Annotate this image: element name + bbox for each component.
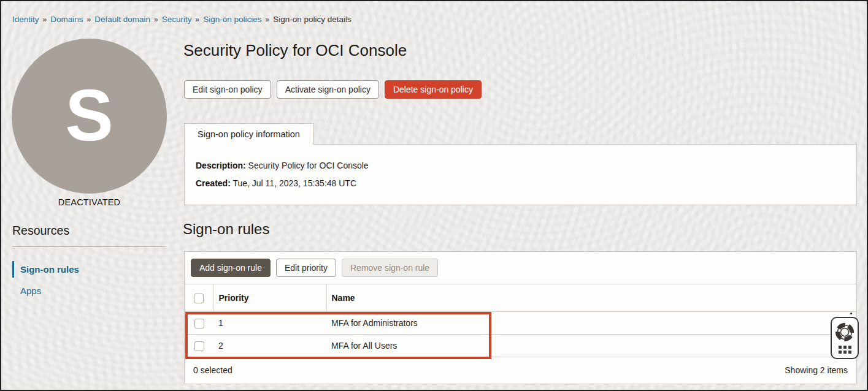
table-footer: 0 selected Showing 2 items [185, 357, 856, 382]
resources-heading: Resources [12, 224, 69, 238]
breadcrumb-default-domain[interactable]: Default domain [94, 15, 150, 24]
breadcrumb-domains[interactable]: Domains [50, 15, 83, 24]
rules-toolbar: Add sign-on rule Edit priority Remove si… [185, 252, 856, 284]
row-priority: 2 [213, 335, 326, 357]
life-ring-icon[interactable] [835, 323, 854, 341]
breadcrumb-identity[interactable]: Identity [12, 15, 39, 24]
sign-on-rules-panel: Add sign-on rule Edit priority Remove si… [184, 251, 857, 384]
add-sign-on-rule-button[interactable]: Add sign-on rule [191, 259, 271, 277]
breadcrumb-separator: » [154, 15, 158, 24]
avatar-initial: S [65, 79, 113, 151]
table-row[interactable]: 1 MFA for Administrators [185, 312, 856, 335]
grid-dots-icon[interactable] [839, 346, 851, 354]
delete-sign-on-policy-button[interactable]: Delete sign-on policy [385, 80, 482, 99]
status-badge: DEACTIVATED [12, 197, 167, 207]
created-row: Created: Tue, Jul 11, 2023, 15:35:48 UTC [196, 178, 856, 188]
header-checkbox-cell [185, 284, 213, 312]
breadcrumb-separator: » [43, 15, 47, 24]
activate-sign-on-policy-button[interactable]: Activate sign-on policy [277, 80, 379, 99]
description-label: Description: [196, 161, 246, 170]
column-header-priority[interactable]: Priority [213, 284, 326, 312]
floating-help-widget[interactable] [831, 317, 859, 359]
row-checkbox-cell [185, 312, 213, 335]
created-value: Tue, Jul 11, 2023, 15:35:48 UTC [232, 178, 356, 188]
sidebar-item-apps[interactable]: Apps [12, 286, 41, 296]
oci-console-page: Identity»Domains»Default domain»Security… [0, 0, 868, 391]
breadcrumb: Identity»Domains»Default domain»Security… [12, 15, 351, 24]
breadcrumb-separator: » [87, 15, 91, 24]
row-checkbox[interactable] [194, 341, 204, 351]
breadcrumb-separator: » [195, 15, 199, 24]
created-label: Created: [196, 178, 231, 188]
column-header-name[interactable]: Name [326, 284, 856, 312]
remove-sign-on-rule-button[interactable]: Remove sign-on rule [342, 259, 438, 277]
sign-on-rules-table: Priority Name 1 MFA for Administrators 2 [185, 284, 856, 357]
breadcrumb-sign-on-policies[interactable]: Sign-on policies [203, 15, 261, 24]
tab-sign-on-policy-information[interactable]: Sign-on policy information [184, 123, 313, 145]
resources-divider [12, 246, 166, 247]
items-count: Showing 2 items [785, 365, 848, 375]
edit-priority-button[interactable]: Edit priority [276, 259, 336, 277]
breadcrumb-separator: » [265, 15, 269, 24]
policy-information-panel: Description: Security Policy for OCI Con… [184, 144, 857, 205]
selected-count: 0 selected [193, 365, 232, 375]
table-header-row: Priority Name [185, 284, 856, 312]
edit-sign-on-policy-button[interactable]: Edit sign-on policy [184, 80, 271, 99]
select-all-checkbox[interactable] [194, 294, 204, 303]
breadcrumb-current: Sign-on policy details [273, 15, 351, 24]
description-value: Security Policy for OCI Console [248, 161, 369, 170]
sidebar-item-sign-on-rules[interactable]: Sign-on rules [12, 261, 79, 278]
page-title: Security Policy for OCI Console [183, 41, 407, 60]
policy-actions: Edit sign-on policy Activate sign-on pol… [184, 80, 482, 99]
description-row: Description: Security Policy for OCI Con… [196, 161, 856, 170]
table-row[interactable]: 2 MFA for All Users [185, 335, 856, 357]
row-priority: 1 [213, 312, 326, 335]
row-name: MFA for Administrators [326, 312, 856, 335]
cursor-dot [850, 313, 852, 314]
breadcrumb-security[interactable]: Security [162, 15, 192, 24]
policy-avatar: S [12, 39, 167, 194]
row-checkbox-cell [185, 335, 213, 357]
sign-on-rules-heading: Sign-on rules [183, 221, 269, 238]
row-checkbox[interactable] [194, 319, 204, 328]
row-name: MFA for All Users [326, 335, 856, 357]
